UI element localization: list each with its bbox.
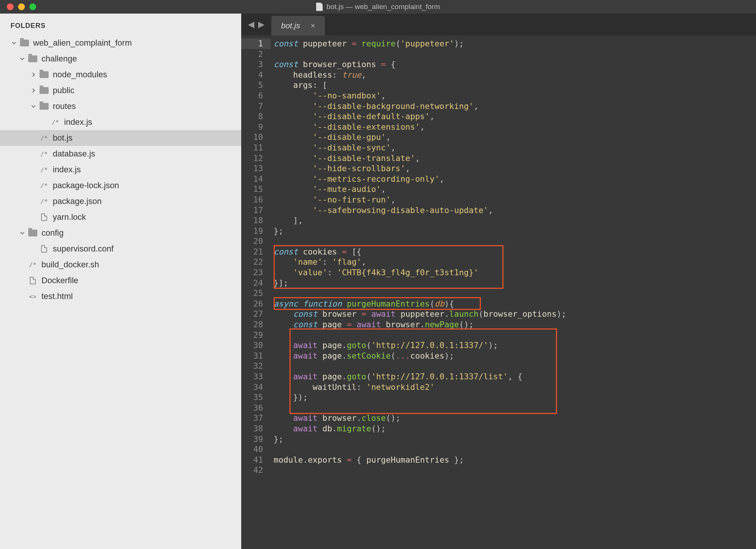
- chevron-down-icon: [19, 55, 26, 62]
- close-window-button[interactable]: [7, 3, 14, 10]
- sidebar: FOLDERS web_alien_complaint_form challen…: [0, 14, 241, 549]
- code-line[interactable]: [274, 288, 756, 299]
- code-line[interactable]: '--no-first-run',: [274, 195, 756, 205]
- tree-file-dockerfile[interactable]: Dockerfile: [0, 273, 241, 288]
- code-line[interactable]: await page.setCookie(...cookies);: [274, 351, 756, 361]
- tree-file-package-lock[interactable]: /* package-lock.json: [0, 178, 241, 193]
- code-line[interactable]: '--no-sandbox',: [274, 90, 756, 101]
- line-number: 6: [241, 90, 271, 101]
- line-number: 36: [241, 403, 271, 413]
- code-content[interactable]: const puppeteer = require('puppeteer');c…: [271, 35, 756, 549]
- code-line[interactable]: const page = await browser.newPage();: [274, 319, 756, 330]
- code-line[interactable]: }];: [274, 278, 756, 288]
- tree-folder-config[interactable]: config: [0, 225, 241, 241]
- code-editor[interactable]: 1234567891011121314151617181920212223242…: [241, 35, 756, 549]
- line-number: 9: [241, 122, 271, 132]
- nav-back-button[interactable]: ◀: [248, 20, 254, 29]
- code-line[interactable]: module.exports = { purgeHumanEntries };: [274, 455, 756, 465]
- code-line[interactable]: '--mute-audio',: [274, 184, 756, 195]
- code-line[interactable]: 'value': 'CHTB{f4k3_fl4g_f0r_t3st1ng}': [274, 267, 756, 278]
- code-line[interactable]: '--disable-extensions',: [274, 122, 756, 132]
- line-number: 39: [241, 434, 271, 445]
- minimize-window-button[interactable]: [18, 3, 25, 10]
- nav-forward-button[interactable]: ▶: [258, 20, 265, 29]
- tree-file-supervisord[interactable]: supervisord.conf: [0, 241, 241, 257]
- tab-bot-js[interactable]: bot.js ×: [271, 16, 325, 35]
- line-number: 2: [241, 49, 271, 60]
- tree-file-test-html[interactable]: <> test.html: [0, 288, 241, 304]
- line-number: 29: [241, 330, 271, 340]
- code-line[interactable]: '--disable-sync',: [274, 143, 756, 153]
- title-separator: —: [344, 3, 355, 11]
- code-line[interactable]: [274, 465, 756, 475]
- code-line[interactable]: const browser = await puppeteer.launch(b…: [274, 309, 756, 319]
- code-line[interactable]: await browser.close();: [274, 413, 756, 423]
- tree-file-index[interactable]: /* index.js: [0, 162, 241, 178]
- line-number: 19: [241, 226, 271, 236]
- code-line[interactable]: 'name': 'flag',: [274, 257, 756, 267]
- code-line[interactable]: [274, 403, 756, 413]
- code-line[interactable]: '--disable-default-apps',: [274, 111, 756, 122]
- tree-label: bot.js: [53, 133, 73, 143]
- sidebar-heading: FOLDERS: [0, 19, 241, 35]
- code-line[interactable]: [274, 361, 756, 371]
- code-line[interactable]: await page.goto('http://127.0.0.1:1337/'…: [274, 340, 756, 351]
- file-icon: [39, 245, 49, 253]
- code-line[interactable]: await page.goto('http://127.0.0.1:1337/l…: [274, 371, 756, 382]
- code-line[interactable]: await db.migrate();: [274, 423, 756, 434]
- folder-icon: [20, 40, 29, 46]
- line-number: 37: [241, 413, 271, 423]
- tree-folder-root[interactable]: web_alien_complaint_form: [0, 35, 241, 51]
- line-number: 20: [241, 236, 271, 247]
- code-line[interactable]: async function purgeHumanEntries(db){: [274, 299, 756, 309]
- tree-folder-challenge[interactable]: challenge: [0, 51, 241, 67]
- tree-file-package[interactable]: /* package.json: [0, 193, 241, 209]
- code-line[interactable]: headless: true,: [274, 70, 756, 80]
- code-line[interactable]: [274, 236, 756, 247]
- tree-folder-public[interactable]: public: [0, 83, 241, 98]
- tree-folder-node-modules[interactable]: node_modules: [0, 67, 241, 83]
- code-line[interactable]: });: [274, 392, 756, 403]
- tree-file-database[interactable]: /* database.js: [0, 146, 241, 162]
- line-number: 24: [241, 278, 271, 288]
- tree-folder-routes[interactable]: routes: [0, 98, 241, 114]
- tree-label: index.js: [53, 165, 81, 175]
- tree-label: config: [41, 228, 64, 238]
- tree-file-yarn-lock[interactable]: yarn.lock: [0, 209, 241, 225]
- code-line[interactable]: '--hide-scrollbars',: [274, 163, 756, 174]
- chevron-right-icon: [30, 71, 37, 78]
- editor-pane: ◀ ▶ bot.js × 123456789101112131415161718…: [241, 14, 756, 549]
- tree-file-bot[interactable]: /* bot.js: [0, 130, 241, 146]
- line-number: 35: [241, 392, 271, 403]
- code-line[interactable]: };: [274, 226, 756, 236]
- line-number: 12: [241, 153, 271, 164]
- code-line[interactable]: const puppeteer = require('puppeteer');: [274, 38, 756, 49]
- code-line[interactable]: [274, 444, 756, 455]
- html-file-icon: <>: [28, 292, 38, 301]
- line-number: 8: [241, 111, 271, 122]
- maximize-window-button[interactable]: [29, 3, 36, 10]
- code-line[interactable]: '--metrics-recording-only',: [274, 174, 756, 184]
- code-line[interactable]: ],: [274, 215, 756, 226]
- code-line[interactable]: waitUntil: 'networkidle2': [274, 382, 756, 393]
- js-file-icon: /*: [51, 118, 60, 126]
- line-number: 21: [241, 247, 271, 257]
- code-line[interactable]: '--disable-gpu',: [274, 132, 756, 143]
- code-line[interactable]: args: [: [274, 80, 756, 90]
- code-line[interactable]: [274, 330, 756, 340]
- close-tab-button[interactable]: ×: [311, 21, 315, 30]
- line-number: 27: [241, 309, 271, 319]
- code-line[interactable]: const browser_options = {: [274, 59, 756, 70]
- code-line[interactable]: const cookies = [{: [274, 247, 756, 257]
- code-line[interactable]: '--disable-background-networking',: [274, 101, 756, 112]
- line-number: 14: [241, 174, 271, 184]
- code-line[interactable]: };: [274, 434, 756, 445]
- tree-label: test.html: [41, 291, 73, 301]
- line-number: 11: [241, 143, 271, 153]
- code-line[interactable]: '--safebrowsing-disable-auto-update',: [274, 205, 756, 216]
- tree-file-routes-index[interactable]: /* index.js: [0, 114, 241, 130]
- js-file-icon: /*: [39, 197, 49, 205]
- tree-file-build-docker[interactable]: /* build_docker.sh: [0, 257, 241, 273]
- code-line[interactable]: [274, 49, 756, 60]
- code-line[interactable]: '--disable-translate',: [274, 153, 756, 164]
